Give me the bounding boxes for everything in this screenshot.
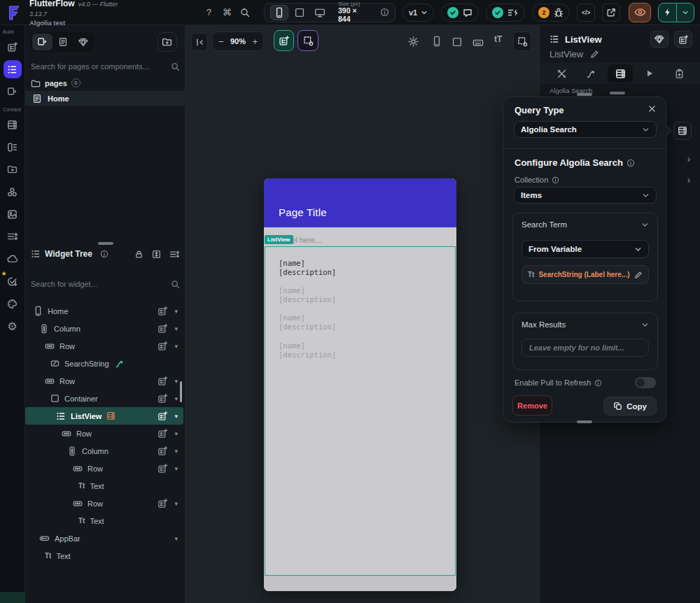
tab-backend-query[interactable] [608, 64, 633, 83]
backend-query-shortcut-button[interactable] [673, 122, 692, 140]
tab-actions[interactable] [578, 64, 603, 83]
add-widget-icon[interactable] [158, 341, 168, 351]
tree-node-row[interactable]: Row ▾ [25, 425, 183, 442]
canvas-settings-button[interactable] [513, 31, 531, 51]
panel-resize-divider[interactable] [25, 242, 186, 246]
wrap-widget-button[interactable] [674, 31, 692, 48]
app-values-nav-icon[interactable] [4, 227, 22, 246]
list-item[interactable]: [name] [description] [279, 341, 336, 360]
device-preview-icon[interactable] [432, 34, 442, 47]
info-icon[interactable] [100, 250, 108, 258]
add-widget-icon[interactable] [158, 323, 168, 334]
caret-down-icon[interactable]: ▾ [174, 430, 178, 437]
collapse-left-panel-button[interactable] [191, 33, 208, 51]
database-nav-icon[interactable] [4, 115, 22, 134]
phone-device-button[interactable] [270, 5, 288, 20]
tree-node-column[interactable]: Column ▾ [25, 442, 183, 460]
phone-mockup[interactable]: Page Title Label here... ListView [name]… [264, 178, 456, 591]
tree-node-searchstring[interactable]: SearchString [25, 355, 183, 372]
pull-to-refresh-toggle[interactable] [635, 377, 656, 388]
section-drag-handle[interactable] [610, 92, 625, 94]
edit-name-pencil-icon[interactable] [590, 50, 599, 59]
caret-down-icon[interactable]: ▾ [174, 448, 178, 455]
add-widget-icon[interactable] [158, 446, 168, 456]
theme-widget-button[interactable] [650, 31, 668, 48]
tree-scrollbar-thumb[interactable] [180, 381, 182, 402]
list-item[interactable]: [name] [description] [279, 286, 336, 304]
pages-folder-row[interactable]: pages 0 [31, 78, 80, 87]
widget-search-input[interactable]: Search for widget... [31, 277, 180, 291]
share-export-button[interactable] [602, 3, 620, 22]
cloud-functions-nav-icon[interactable] [4, 250, 22, 268]
tab-components[interactable] [73, 34, 93, 50]
tree-node-row[interactable]: Row ▾ [25, 495, 183, 512]
api-calls-nav-icon[interactable] [4, 138, 22, 156]
run-button-group[interactable] [658, 3, 694, 22]
size-info-icon[interactable] [380, 8, 389, 17]
device-frame-icon[interactable] [451, 35, 463, 48]
tree-node-container[interactable]: Container ▾ [25, 390, 183, 407]
add-folder-button[interactable] [158, 32, 177, 52]
flutterflow-logo-icon[interactable] [6, 4, 22, 21]
action-wire-icon[interactable] [115, 359, 125, 369]
theme-nav-icon[interactable] [4, 295, 22, 313]
media-assets-nav-icon[interactable] [4, 205, 22, 223]
caret-down-icon[interactable]: ▾ [174, 500, 178, 507]
page-item-home[interactable]: Home [25, 91, 186, 106]
list-item[interactable]: [name] [description] [279, 259, 336, 277]
copy-query-button[interactable]: Copy [603, 397, 657, 416]
zoom-in-button[interactable]: + [252, 36, 258, 47]
dialog-drag-handle[interactable] [577, 93, 592, 96]
pages-search-input[interactable]: Search for pages or components... [31, 59, 180, 73]
drag-handle[interactable] [98, 242, 113, 245]
run-options-button[interactable] [676, 3, 694, 22]
tab-pages[interactable] [52, 34, 73, 50]
storage-nav-icon[interactable] [4, 160, 22, 178]
add-widget-icon[interactable] [158, 376, 168, 386]
widget-name-row[interactable]: ListView [550, 49, 599, 59]
tab-properties[interactable] [549, 64, 574, 83]
edit-pencil-icon[interactable] [634, 271, 643, 279]
settings-nav-icon[interactable]: ⚙ [4, 317, 22, 335]
add-widget-icon[interactable] [158, 498, 168, 509]
command-palette-icon[interactable]: ⌘ [218, 7, 236, 17]
help-icon[interactable]: ? [200, 7, 218, 17]
run-button[interactable] [659, 3, 676, 22]
issues-pill[interactable]: 2 [532, 3, 570, 22]
caret-down-icon[interactable]: ▾ [174, 308, 178, 315]
lock-canvas-icon[interactable] [134, 250, 144, 259]
variable-value-row[interactable]: Tt SearchString (Label here...) [522, 265, 649, 284]
phone-appbar[interactable]: Page Title [264, 178, 456, 227]
tree-node-text[interactable]: Tt Text [25, 547, 183, 565]
caret-down-icon[interactable]: ▾ [174, 465, 178, 472]
tree-node-row[interactable]: Row ▾ [25, 337, 183, 355]
tree-node-column[interactable]: Column ▾ [25, 320, 183, 337]
add-widget-nav-icon[interactable] [4, 38, 22, 56]
tree-node-row[interactable]: Row ▾ [25, 460, 183, 477]
integrations-nav-icon[interactable] [4, 183, 22, 201]
collection-dropdown[interactable]: Items [514, 187, 657, 204]
collapse-tree-icon[interactable] [169, 250, 180, 259]
tab-animations[interactable] [637, 64, 662, 83]
list-item[interactable]: [name] [description] [279, 313, 336, 332]
caret-down-icon[interactable]: ▾ [174, 343, 178, 350]
max-results-header[interactable]: Max Results [513, 313, 657, 334]
dialog-drag-handle[interactable] [577, 420, 592, 423]
keyboard-overlay-icon[interactable] [472, 36, 484, 48]
tree-node-appbar[interactable]: AppBar ▾ [25, 530, 183, 547]
add-widget-icon[interactable] [158, 428, 168, 439]
max-results-input[interactable]: Leave empty for no limit... [522, 339, 649, 357]
info-icon[interactable] [626, 159, 635, 167]
search-term-header[interactable]: Search Term [513, 213, 657, 234]
desktop-device-button[interactable] [311, 5, 329, 20]
tree-node-text[interactable]: Tt Text [25, 477, 183, 495]
tree-node-listview-selected[interactable]: ListView ▾ [25, 407, 183, 425]
tab-documentation[interactable] [666, 64, 692, 83]
canvas-variables-button[interactable] [298, 30, 318, 51]
zoom-out-button[interactable]: − [218, 36, 224, 47]
page-selector-nav-icon[interactable] [4, 60, 22, 78]
actions-status-pill[interactable] [486, 3, 525, 22]
add-widget-icon[interactable] [158, 306, 168, 316]
add-widget-icon[interactable] [158, 411, 168, 421]
canvas-add-widget-button[interactable] [274, 30, 294, 51]
